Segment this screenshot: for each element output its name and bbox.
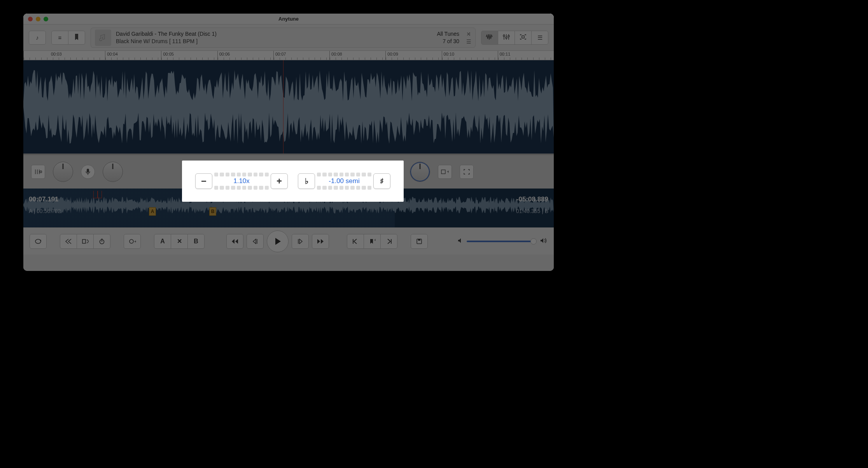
add-marker-button[interactable]: +	[438, 165, 452, 179]
waveform-icon	[486, 34, 494, 41]
volume-high-icon	[540, 237, 548, 245]
view-buttons-group	[51, 31, 85, 45]
next-marker-button[interactable]	[380, 234, 397, 249]
marker-a[interactable]: A	[149, 207, 156, 216]
sliders-icon	[503, 34, 510, 41]
tempo-display[interactable]: 1.10x	[212, 172, 271, 190]
current-time-label: 00:07.191	[29, 196, 59, 203]
svg-point-11	[40, 171, 42, 173]
svg-rect-27	[418, 239, 420, 241]
list-icon	[58, 34, 62, 41]
marker-b[interactable]: B	[209, 207, 216, 216]
playlist-info: All Tunes 7 of 30	[437, 30, 459, 44]
now-playing-text: David Garibaldi - The Funky Beat (Disc 1…	[116, 30, 432, 44]
playlist-name: All Tunes	[437, 30, 459, 37]
svg-rect-6	[522, 36, 524, 38]
ruler-tick: 00:06	[217, 51, 273, 60]
step-back-button[interactable]	[60, 234, 77, 249]
ruler-tick: 00:11	[498, 51, 554, 60]
main-waveform[interactable]	[23, 60, 554, 154]
playlist-list-icon[interactable]	[466, 38, 471, 45]
volume-slider[interactable]	[467, 241, 537, 242]
pitch-value: -1.00 semi	[329, 177, 359, 185]
track-subtitle: Black Nine W/ Drums [ 111 BPM ]	[116, 38, 432, 45]
note-button[interactable]	[29, 31, 46, 45]
countdown-button[interactable]	[93, 234, 110, 249]
volume-control	[457, 237, 548, 245]
marker-nav-group: +	[347, 234, 397, 249]
svg-rect-12	[87, 169, 89, 173]
fullscreen-button[interactable]	[460, 165, 474, 179]
forward-button[interactable]	[312, 234, 329, 249]
time-ruler[interactable]: 00:03 00:04 00:05 00:06 00:07 00:08 00:0…	[23, 51, 554, 60]
now-playing-panel: David Garibaldi - The Funky Beat (Disc 1…	[91, 28, 476, 48]
pitch-sharp-button[interactable]: ♯	[373, 173, 390, 189]
add-bookmark-button[interactable]: +	[364, 234, 381, 249]
waveform-view-button[interactable]	[481, 31, 498, 45]
ruler-tick: 00:08	[329, 51, 385, 60]
save-button[interactable]	[411, 234, 428, 249]
bookmark-button[interactable]	[68, 31, 85, 45]
playlist-icons	[464, 31, 471, 45]
list-button[interactable]	[51, 31, 68, 45]
svg-point-19	[130, 239, 133, 243]
ruler-tick: 00:10	[442, 51, 498, 60]
ruler-tick: 00:03	[23, 51, 105, 60]
svg-point-4	[506, 37, 507, 38]
tempo-pitch-panel: − 1.10x + ♭ -1.00 semi ♯	[182, 161, 404, 202]
set-a-button[interactable]: A	[154, 234, 171, 249]
pitch-flat-button[interactable]: ♭	[298, 173, 315, 189]
titlebar: Anytune	[23, 14, 554, 24]
svg-rect-15	[441, 170, 445, 174]
pitch-display[interactable]: -1.00 semi	[315, 172, 373, 190]
next-frame-button[interactable]	[292, 234, 309, 249]
remaining-time-label: -05:08.889	[516, 196, 548, 203]
tempo-increase-button[interactable]: +	[271, 173, 288, 189]
gain-knob-1[interactable]	[53, 162, 73, 182]
step-loop-button[interactable]	[77, 234, 94, 249]
volume-low-icon	[457, 238, 464, 245]
loop-button[interactable]	[30, 234, 47, 249]
tempo-decrease-button[interactable]: −	[195, 173, 212, 189]
svg-rect-17	[82, 239, 86, 243]
lines-button[interactable]	[531, 31, 548, 45]
mic-button[interactable]	[81, 165, 95, 179]
tempo-stepper: − 1.10x +	[195, 172, 288, 190]
volume-thumb[interactable]	[530, 238, 537, 244]
svg-point-3	[503, 35, 505, 37]
play-button[interactable]	[267, 231, 289, 252]
app-window: Anytune David Garibaldi - The Funky Beat…	[23, 14, 554, 271]
rewind-button[interactable]	[226, 234, 243, 249]
right-toolbar-group	[481, 31, 548, 45]
set-b-button[interactable]: B	[187, 234, 205, 249]
clear-ab-button[interactable]: ✕	[171, 234, 188, 249]
focus-button[interactable]	[514, 31, 532, 45]
ruler-tick: 00:04	[105, 51, 161, 60]
gain-knob-2[interactable]	[103, 162, 123, 182]
eq-button[interactable]	[498, 31, 515, 45]
pan-knob[interactable]	[410, 162, 430, 182]
svg-text:+: +	[447, 169, 449, 175]
album-art	[95, 30, 111, 46]
overview-playhead-marker[interactable]	[93, 191, 102, 198]
ab-group: A ✕ B	[154, 234, 205, 249]
focus-icon	[520, 34, 527, 41]
shuffle-icon[interactable]	[466, 31, 471, 37]
prev-frame-button[interactable]	[247, 234, 264, 249]
ruler-tick: 00:05	[161, 51, 217, 60]
loop-b-label: 01:40.355 | B	[516, 208, 548, 214]
svg-text:+: +	[374, 238, 376, 242]
window-title: Anytune	[23, 16, 554, 22]
transport-bar: + A ✕ B +	[23, 227, 554, 255]
svg-text:+: +	[134, 239, 136, 244]
step-group	[60, 234, 110, 249]
mic-eq-button[interactable]	[31, 165, 45, 179]
ruler-tick: 00:09	[385, 51, 441, 60]
tempo-value: 1.10x	[233, 177, 250, 185]
track-title: David Garibaldi - The Funky Beat (Disc 1…	[116, 30, 432, 37]
toolbar: David Garibaldi - The Funky Beat (Disc 1…	[23, 24, 554, 51]
prev-marker-button[interactable]	[347, 234, 364, 249]
add-region-button[interactable]: +	[124, 234, 141, 249]
loop-a-label: A | 00:56.792	[29, 208, 61, 214]
playhead[interactable]	[283, 60, 284, 154]
